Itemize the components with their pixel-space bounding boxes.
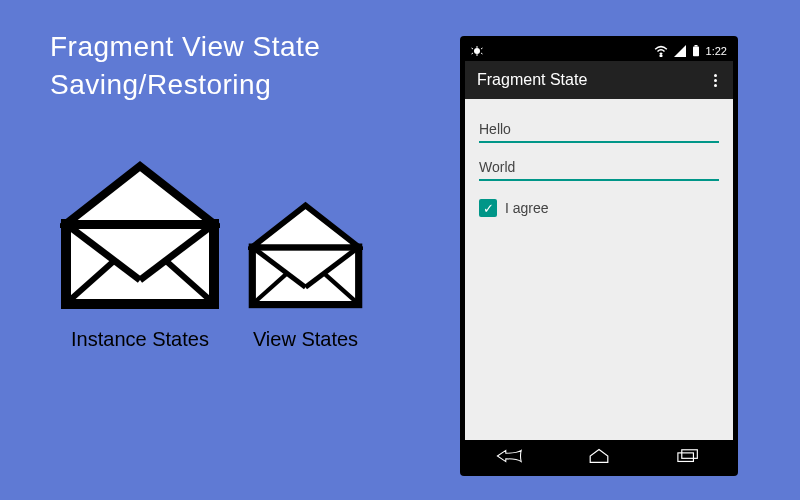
agree-checkbox-row[interactable]: ✓ I agree	[479, 199, 719, 217]
envelope-icon	[60, 160, 220, 310]
title-line-1: Fragment View State	[50, 28, 320, 66]
svg-point-19	[660, 55, 662, 57]
svg-rect-23	[678, 452, 694, 461]
instance-states-label: Instance States	[71, 328, 209, 351]
svg-rect-22	[694, 45, 697, 47]
agree-checkbox-label: I agree	[505, 200, 549, 216]
title-line-2: Saving/Restoring	[50, 66, 320, 104]
status-time: 1:22	[706, 45, 727, 57]
svg-marker-20	[674, 45, 686, 57]
checkbox-checked-icon: ✓	[479, 199, 497, 217]
phone-screen: 1:22 Fragment State ✓ I agree	[465, 41, 733, 440]
svg-point-12	[474, 48, 480, 54]
nav-recents-button[interactable]	[668, 445, 708, 467]
debug-icon	[471, 45, 483, 57]
svg-line-15	[472, 48, 474, 49]
signal-icon	[674, 45, 686, 57]
page-title: Fragment View State Saving/Restoring	[50, 28, 320, 104]
instance-states-group: Instance States	[60, 160, 220, 351]
view-states-group: View States	[248, 200, 363, 351]
view-states-label: View States	[253, 328, 358, 351]
battery-icon	[692, 45, 700, 57]
nav-back-button[interactable]	[490, 445, 530, 467]
svg-marker-7	[252, 205, 358, 247]
envelope-group: Instance States View States	[60, 160, 363, 351]
wifi-icon	[654, 45, 668, 57]
svg-line-16	[481, 48, 483, 49]
overflow-menu-button[interactable]	[710, 70, 721, 91]
text-field-1[interactable]	[479, 119, 719, 143]
navigation-bar	[465, 440, 733, 471]
text-field-2[interactable]	[479, 157, 719, 181]
svg-rect-21	[693, 47, 699, 57]
nav-home-button[interactable]	[579, 445, 619, 467]
action-bar: Fragment State	[465, 61, 733, 99]
phone-frame: 1:22 Fragment State ✓ I agree	[460, 36, 738, 476]
svg-line-17	[472, 53, 474, 54]
svg-rect-24	[682, 449, 698, 458]
svg-marker-1	[66, 166, 214, 224]
envelope-icon	[248, 200, 363, 310]
svg-line-18	[481, 53, 483, 54]
status-bar: 1:22	[465, 41, 733, 61]
svg-rect-6	[252, 247, 358, 305]
fragment-content: ✓ I agree	[465, 99, 733, 440]
action-bar-title: Fragment State	[477, 71, 710, 89]
svg-rect-0	[66, 224, 214, 304]
